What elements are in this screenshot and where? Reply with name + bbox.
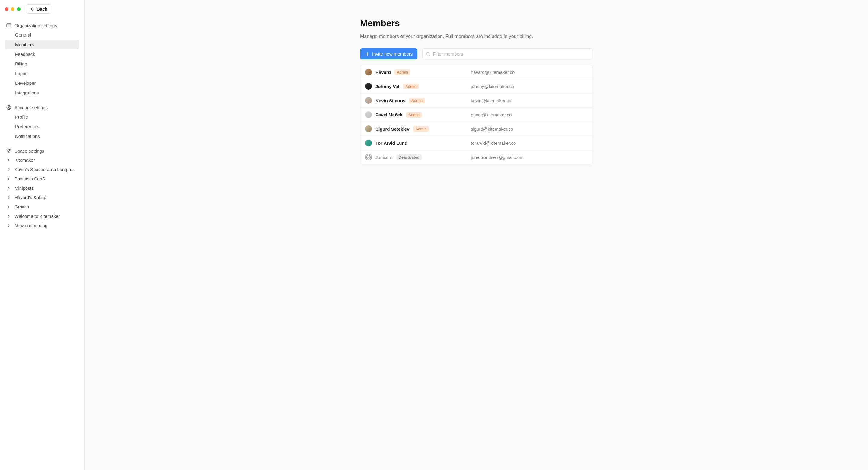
svg-line-16	[429, 55, 430, 56]
filter-members-input[interactable]	[422, 48, 592, 59]
main-content: Members Manage members of your organizat…	[85, 0, 868, 470]
svg-line-12	[9, 150, 10, 152]
member-row[interactable]: Tor Arvid Lundtorarvid@kitemaker.co	[360, 136, 592, 150]
sidebar-item-space[interactable]: New onboarding	[5, 221, 80, 230]
member-email: pavel@kitemaker.co	[471, 112, 512, 117]
arrow-left-icon	[30, 7, 35, 11]
member-info: HåvardAdmin	[365, 69, 471, 75]
sidebar-item-space[interactable]: Growth	[5, 202, 80, 212]
svg-point-15	[427, 53, 430, 55]
avatar	[365, 125, 372, 132]
plus-icon	[365, 52, 370, 56]
window-controls: Back	[5, 4, 80, 13]
member-name: Håvard	[375, 70, 391, 75]
sidebar-item-label: Welcome to Kitemaker	[14, 214, 60, 219]
sidebar-item-org[interactable]: Feedback	[5, 50, 80, 59]
svg-line-18	[367, 156, 370, 159]
member-name: Sigurd Seteklev	[375, 126, 409, 131]
chevron-right-icon	[6, 223, 11, 228]
member-name: Junicorn	[375, 155, 393, 160]
minimize-window-icon[interactable]	[11, 7, 14, 11]
deactivated-icon	[365, 154, 372, 160]
organization-icon	[6, 23, 11, 28]
sidebar-item-org[interactable]: Members	[5, 40, 80, 49]
page-subtitle: Manage members of your organization. Ful…	[360, 34, 592, 39]
member-info: JunicornDeactivated	[365, 154, 471, 160]
avatar	[365, 69, 372, 75]
sidebar-item-org[interactable]: Developer	[5, 79, 80, 88]
traffic-lights	[5, 7, 21, 11]
sidebar-item-space[interactable]: Håvard's &nbsp;	[5, 193, 80, 202]
admin-badge: Admin	[413, 126, 429, 132]
sidebar-item-label: Business SaaS	[14, 176, 45, 181]
sidebar-item-space[interactable]: Kitemaker	[5, 155, 80, 165]
member-name: Pavel Maček	[375, 112, 402, 117]
close-window-icon[interactable]	[5, 7, 8, 11]
member-name: Kevin Simons	[375, 98, 405, 103]
back-button[interactable]: Back	[26, 4, 51, 13]
sidebar-item-org[interactable]: Billing	[5, 59, 80, 68]
maximize-window-icon[interactable]	[17, 7, 21, 11]
sidebar-item-org[interactable]: Integrations	[5, 88, 80, 97]
page-title: Members	[360, 18, 592, 28]
avatar	[365, 83, 372, 90]
member-info: Sigurd SeteklevAdmin	[365, 125, 471, 132]
member-email: sigurd@kitemaker.co	[471, 126, 513, 131]
invite-members-button[interactable]: Invite new members	[360, 48, 417, 59]
sidebar-item-space[interactable]: Welcome to Kitemaker	[5, 212, 80, 221]
sidebar-item-org[interactable]: General	[5, 30, 80, 39]
sidebar-item-label: Kitemaker	[14, 157, 35, 163]
member-row[interactable]: HåvardAdminhavard@kitemaker.co	[360, 65, 592, 79]
member-info: Pavel MačekAdmin	[365, 111, 471, 118]
invite-button-label: Invite new members	[372, 51, 412, 56]
sidebar-item-space[interactable]: Kevin's Spaceorama Long n...	[5, 165, 80, 174]
sidebar-item-space[interactable]: Miniposts	[5, 183, 80, 193]
member-email: june.trondsen@gmail.com	[471, 155, 523, 160]
member-name: Tor Arvid Lund	[375, 140, 407, 146]
avatar	[365, 111, 372, 118]
deactivated-badge: Deactivated	[396, 154, 422, 160]
space-settings-title: Space settings	[14, 149, 44, 154]
member-email: torarvid@kitemaker.co	[471, 140, 516, 146]
org-settings-section: Organization settings GeneralMembersFeed…	[5, 21, 80, 97]
account-settings-title: Account settings	[14, 105, 48, 110]
avatar	[365, 97, 372, 104]
member-email: havard@kitemaker.co	[471, 70, 515, 75]
search-icon	[426, 52, 430, 56]
members-list: HåvardAdminhavard@kitemaker.coJohnny Val…	[360, 65, 592, 164]
chevron-right-icon	[6, 167, 11, 171]
sidebar-item-label: Kevin's Spaceorama Long n...	[14, 167, 75, 172]
member-row[interactable]: Sigurd SeteklevAdminsigurd@kitemaker.co	[360, 122, 592, 136]
member-email: johnny@kitemaker.co	[471, 84, 514, 89]
sidebar-item-account[interactable]: Profile	[5, 112, 80, 122]
member-info: Tor Arvid Lund	[365, 140, 471, 146]
member-row[interactable]: Johnny ValAdminjohnny@kitemaker.co	[360, 79, 592, 94]
member-email: kevin@kitemaker.co	[471, 98, 511, 103]
actions-row: Invite new members	[360, 48, 592, 59]
sidebar-item-space[interactable]: Business SaaS	[5, 174, 80, 183]
sidebar-item-account[interactable]: Notifications	[5, 131, 80, 141]
sidebar: Back Organization settings GeneralMember…	[0, 0, 85, 470]
org-settings-header: Organization settings	[5, 21, 80, 30]
space-settings-section: Space settings KitemakerKevin's Spaceora…	[5, 146, 80, 230]
sidebar-item-label: New onboarding	[14, 223, 48, 228]
member-row[interactable]: Pavel MačekAdminpavel@kitemaker.co	[360, 108, 592, 122]
member-info: Kevin SimonsAdmin	[365, 97, 471, 104]
chevron-right-icon	[6, 205, 11, 209]
svg-line-11	[7, 150, 8, 152]
org-settings-title: Organization settings	[14, 23, 57, 28]
admin-badge: Admin	[395, 69, 410, 75]
admin-badge: Admin	[409, 98, 425, 103]
member-row[interactable]: JunicornDeactivatedjune.trondsen@gmail.c…	[360, 150, 592, 164]
account-settings-header: Account settings	[5, 103, 80, 112]
member-row[interactable]: Kevin SimonsAdminkevin@kitemaker.co	[360, 94, 592, 108]
chevron-right-icon	[6, 186, 11, 190]
member-info: Johnny ValAdmin	[365, 83, 471, 90]
user-circle-icon	[6, 105, 11, 110]
chevron-right-icon	[6, 177, 11, 181]
spaces-icon	[6, 148, 11, 154]
sidebar-item-label: Håvard's &nbsp;	[14, 195, 48, 200]
sidebar-item-org[interactable]: Import	[5, 69, 80, 78]
chevron-right-icon	[6, 195, 11, 200]
sidebar-item-account[interactable]: Preferences	[5, 122, 80, 131]
